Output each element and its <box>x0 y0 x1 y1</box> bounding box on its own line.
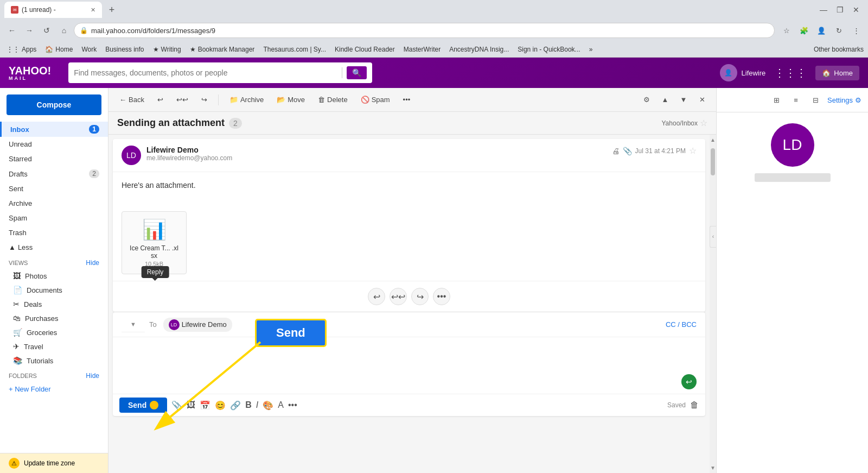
sidebar-item-unread[interactable]: Unread <box>0 137 108 152</box>
bookmark-apps[interactable]: ⋮⋮ Apps <box>4 45 39 54</box>
attachment-box[interactable]: 📊 Ice Cream T... .xlsx 10.5kB <box>122 211 187 274</box>
message-star-icon[interactable]: ☆ <box>689 146 697 156</box>
less-button[interactable]: ▲ Less <box>0 240 108 255</box>
scroll-up-arrow[interactable]: ▲ <box>709 136 716 144</box>
reply-button[interactable]: ↩ <box>368 288 385 305</box>
reply-all-toolbar-button[interactable]: ↩↩ <box>172 93 193 106</box>
search-input[interactable] <box>74 68 337 77</box>
menu-icon[interactable]: ⋮ <box>848 23 864 38</box>
forward-toolbar-button[interactable]: ↪ <box>197 93 212 106</box>
maximize-button[interactable]: ❐ <box>832 2 847 17</box>
update-timezone-banner[interactable]: ⚠ Update time zone <box>0 453 108 473</box>
sidebar-item-photos[interactable]: 🖼 Photos <box>0 269 108 283</box>
archive-button[interactable]: 📁 Archive <box>225 93 268 106</box>
panel-collapse-handle[interactable]: ‹ <box>710 226 716 248</box>
sidebar-item-purchases[interactable]: 🛍 Purchases <box>0 311 108 325</box>
emoji-compose-icon[interactable]: 😊 <box>215 400 226 411</box>
move-button[interactable]: 📂 Move <box>272 93 309 106</box>
profile-icon[interactable]: 👤 <box>814 23 829 38</box>
back-nav-button[interactable]: ← <box>4 23 20 38</box>
sidebar-item-sent[interactable]: Sent <box>0 181 108 196</box>
sync-icon[interactable]: ↻ <box>831 23 846 38</box>
close-button[interactable]: ✕ <box>848 2 864 17</box>
expand-icon[interactable]: ▲ <box>658 92 673 108</box>
panel-icon-1[interactable]: ⊞ <box>769 92 784 108</box>
reply-all-button[interactable]: ↩↩ <box>390 288 407 305</box>
calendar-compose-icon[interactable]: 📅 <box>200 400 210 411</box>
cc-bcc-button[interactable]: CC / BCC <box>666 320 697 329</box>
panel-icon-2[interactable]: ≡ <box>788 92 803 108</box>
apps-grid-icon[interactable]: ⋮⋮⋮ <box>774 66 807 79</box>
recipient-chip[interactable]: LD Lifewire Demo <box>163 318 232 332</box>
search-button[interactable]: 🔍 <box>347 66 367 79</box>
sidebar-item-inbox[interactable]: Inbox 1 <box>0 122 108 137</box>
scroll-down-arrow[interactable]: ▼ <box>709 464 716 472</box>
sidebar-item-tutorials[interactable]: 📚 Tutorials <box>0 354 108 368</box>
bookmark-ancestry[interactable]: AncestryDNA Insig... <box>447 45 511 54</box>
bookmark-home[interactable]: 🏠 Home <box>43 45 75 54</box>
bookmark-business[interactable]: Business info <box>103 45 146 54</box>
home-button[interactable]: 🏠 Home <box>815 66 859 80</box>
forward-nav-button[interactable]: → <box>22 23 37 38</box>
sidebar-item-trash[interactable]: Trash <box>0 225 108 240</box>
delete-button[interactable]: 🗑 Delete <box>314 93 352 106</box>
browser-tab[interactable]: ✉ (1 unread) - ✕ <box>4 2 102 18</box>
add-folder-button[interactable]: + New Folder <box>0 382 108 396</box>
compose-body[interactable]: ↩ <box>113 337 705 394</box>
reply-toolbar-button[interactable]: ↩ <box>153 93 168 106</box>
delete-compose-button[interactable]: 🗑 <box>690 400 699 410</box>
compose-button[interactable]: Compose <box>7 94 101 115</box>
folders-hide-link[interactable]: Hide <box>86 372 99 380</box>
sidebar-item-drafts[interactable]: Drafts 2 <box>0 166 108 181</box>
spam-button[interactable]: 🚫 Spam <box>356 93 394 106</box>
email-scrollbar[interactable]: ▲ ▼ <box>710 135 716 473</box>
forward-button[interactable]: ↪ <box>411 288 429 305</box>
close-thread-icon[interactable]: ✕ <box>694 92 710 108</box>
sidebar-item-starred[interactable]: Starred <box>0 152 108 166</box>
panel-icon-3[interactable]: ⊟ <box>808 92 823 108</box>
more-compose-icon[interactable]: ••• <box>288 400 297 410</box>
emoji-button[interactable]: ↩ <box>681 374 697 389</box>
sidebar-item-groceries[interactable]: 🛒 Groceries <box>0 325 108 339</box>
send-button-small[interactable]: Send <box>119 398 167 413</box>
print-icon[interactable]: 🖨 <box>612 147 620 155</box>
home-nav-button[interactable]: ⌂ <box>56 23 72 38</box>
address-bar[interactable]: 🔒 mail.yahoo.com/d/folders/1/messages/9 <box>74 23 775 38</box>
collapse-icon[interactable]: ▼ <box>676 92 691 108</box>
bold-compose-icon[interactable]: B <box>245 400 252 410</box>
link-compose-icon[interactable]: 🔗 <box>230 400 241 411</box>
user-profile[interactable]: 👤 Lifewire <box>720 64 766 81</box>
filter-icon[interactable]: ⚙ <box>639 92 654 108</box>
minimize-button[interactable]: — <box>816 2 831 17</box>
sidebar-item-deals[interactable]: ✂ Deals <box>0 297 108 311</box>
scrollbar-thumb[interactable] <box>711 148 715 175</box>
attachment-compose-icon[interactable]: 📎 <box>171 400 182 411</box>
italic-compose-icon[interactable]: I <box>256 400 258 410</box>
compose-expand-icon[interactable]: ▼ <box>122 317 145 332</box>
settings-link[interactable]: Settings ⚙ <box>827 96 861 104</box>
bookmark-thesaurus[interactable]: Thesaurus.com | Sy... <box>261 45 328 54</box>
bookmark-writing[interactable]: ★ Writing <box>151 45 183 54</box>
thread-star-icon[interactable]: ☆ <box>700 118 707 128</box>
tab-close-btn[interactable]: ✕ <box>91 7 95 14</box>
color-compose-icon[interactable]: 🎨 <box>263 400 273 411</box>
more-actions-button[interactable]: ••• <box>399 93 415 106</box>
star-bookmark-icon[interactable]: ☆ <box>779 23 794 38</box>
search-bar[interactable]: 🔍 <box>68 62 372 83</box>
bookmark-kindle[interactable]: Kindle Cloud Reader <box>333 45 397 54</box>
sidebar-item-documents[interactable]: 📄 Documents <box>0 283 108 297</box>
views-hide-link[interactable]: Hide <box>86 259 99 267</box>
more-reply-button[interactable]: ••• <box>433 288 450 305</box>
font-size-compose-icon[interactable]: A <box>278 400 284 410</box>
sidebar-item-spam[interactable]: Spam <box>0 211 108 225</box>
bookmark-quickbooks[interactable]: Sign in - QuickBook... <box>515 45 582 54</box>
sidebar-item-archive[interactable]: Archive <box>0 196 108 211</box>
extensions-icon[interactable]: 🧩 <box>796 23 812 38</box>
back-button[interactable]: ← Back <box>115 93 149 106</box>
bookmark-manager[interactable]: ★ Bookmark Manager <box>188 45 257 54</box>
reload-button[interactable]: ↺ <box>39 23 54 38</box>
bookmark-more[interactable]: » <box>587 45 595 54</box>
new-tab-button[interactable]: + <box>104 2 119 17</box>
bookmark-work[interactable]: Work <box>79 45 99 54</box>
bookmark-masterwriter[interactable]: MasterWriter <box>401 45 443 54</box>
